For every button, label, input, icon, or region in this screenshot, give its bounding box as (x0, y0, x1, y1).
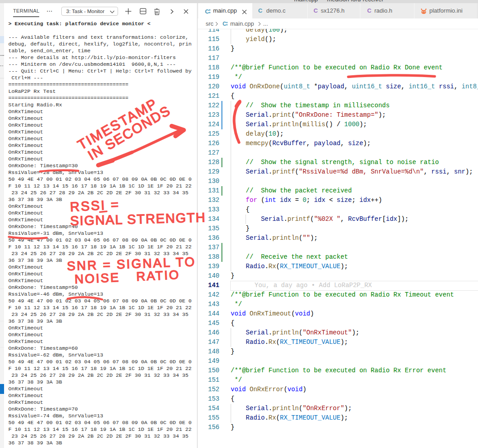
svg-text:C: C (223, 21, 227, 26)
svg-text:C: C (205, 9, 209, 14)
